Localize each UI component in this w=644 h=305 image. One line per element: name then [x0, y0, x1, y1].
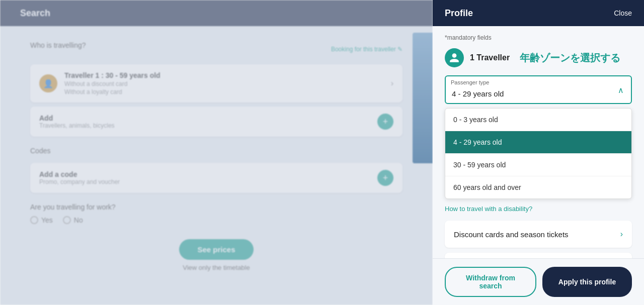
radio-no-label: No [74, 216, 83, 224]
mandatory-note: *mandatory fields [445, 34, 632, 41]
passenger-type-label: Passenger type [451, 79, 489, 85]
apply-button[interactable]: Apply this profile [542, 267, 632, 297]
add-label: Add [39, 114, 115, 122]
profile-panel: Profile Close *mandatory fields 1 Travel… [433, 0, 644, 305]
option-60-over[interactable]: 60 years old and over [445, 176, 631, 198]
code-info: Add a code Promo, company and voucher [39, 170, 120, 185]
option-4-29[interactable]: 4 - 29 years old [445, 131, 631, 154]
add-code-sublabel: Promo, company and voucher [39, 178, 120, 185]
person-icon [449, 52, 460, 63]
dropdown-options-list: 0 - 3 years old 4 - 29 years old 30 - 59… [445, 108, 632, 199]
work-travel-label: Are you travelling for work? [30, 203, 403, 211]
timetable-link[interactable]: View only the timetable [30, 264, 403, 271]
option-30-59[interactable]: 30 - 59 years old [445, 154, 631, 176]
add-code-label: Add a code [39, 170, 120, 178]
work-radio-group: Yes No [30, 216, 403, 224]
radio-yes-label: Yes [41, 216, 53, 224]
add-code-card[interactable]: Add a code Promo, company and voucher + [30, 163, 403, 193]
traveller-name: Traveller 1 : 30 - 59 years old [64, 71, 391, 79]
add-traveller-card[interactable]: Add Travellers, animals, bicycles + [30, 107, 403, 137]
radio-no[interactable]: No [63, 216, 83, 224]
radio-yes[interactable]: Yes [30, 216, 53, 224]
add-code-button[interactable]: + [377, 170, 393, 186]
profile-footer: Withdraw from search Apply this profile [433, 258, 644, 305]
disability-link[interactable]: How to travel with a disability? [445, 205, 632, 213]
traveller-row: 1 Traveller 年齢ゾーンを選択する [445, 48, 632, 67]
profile-title: Profile [445, 8, 473, 19]
discount-cards-section[interactable]: Discount cards and season tickets › [445, 221, 632, 248]
bg-image-strip [413, 33, 433, 163]
close-button[interactable]: Close [614, 9, 632, 17]
traveller-count-label: 1 Traveller [470, 53, 510, 62]
codes-title: Codes [30, 147, 403, 155]
booking-for-label: Booking for this traveller ✎ [331, 46, 403, 53]
dropdown-arrow-icon: ∧ [618, 85, 624, 94]
work-travel-section: Are you travelling for work? Yes No [30, 203, 403, 224]
profile-body: *mandatory fields 1 Traveller 年齢ゾーンを選択する… [433, 26, 644, 258]
add-button[interactable]: + [377, 114, 393, 130]
selected-option-text: 4 - 29 years old [452, 89, 504, 98]
passenger-type-dropdown[interactable]: Passenger type 4 - 29 years old ∧ [445, 75, 632, 104]
loyalty-program-section[interactable]: Loyalty program › [445, 253, 632, 258]
withdraw-button[interactable]: Withdraw from search [445, 267, 536, 297]
radio-yes-circle [30, 216, 38, 224]
see-prices-button[interactable]: See prices [179, 239, 253, 260]
search-title: Search [20, 8, 50, 19]
traveller-profile-icon [445, 48, 464, 67]
traveller-info: Traveller 1 : 30 - 59 years old Without … [64, 71, 391, 95]
traveller-chevron-icon: › [391, 79, 393, 88]
discount-cards-chevron-icon: › [620, 230, 623, 239]
profile-header: Profile Close [433, 0, 644, 26]
who-traveling-label: Who is travelling? [30, 41, 86, 49]
discount-cards-label: Discount cards and season tickets [454, 230, 569, 239]
add-sublabel: Travellers, animals, bicycles [39, 122, 115, 129]
search-background: Search Who is travelling? Booking for th… [0, 0, 433, 305]
radio-no-circle [63, 216, 71, 224]
add-info: Add Travellers, animals, bicycles [39, 114, 115, 129]
search-header: Search [0, 0, 433, 26]
age-zone-annotation: 年齢ゾーンを選択する [520, 51, 620, 65]
codes-section: Codes Add a code Promo, company and vouc… [30, 147, 403, 193]
traveller-no-loyalty: Without a loyalty card [64, 88, 391, 95]
option-0-3[interactable]: 0 - 3 years old [445, 109, 631, 131]
traveller-card[interactable]: 👤 Traveller 1 : 30 - 59 years old Withou… [30, 64, 403, 103]
search-content: Who is travelling? Booking for this trav… [0, 26, 433, 286]
traveller-no-discount: Without a discount card [64, 80, 391, 87]
traveller-avatar: 👤 [39, 74, 57, 92]
